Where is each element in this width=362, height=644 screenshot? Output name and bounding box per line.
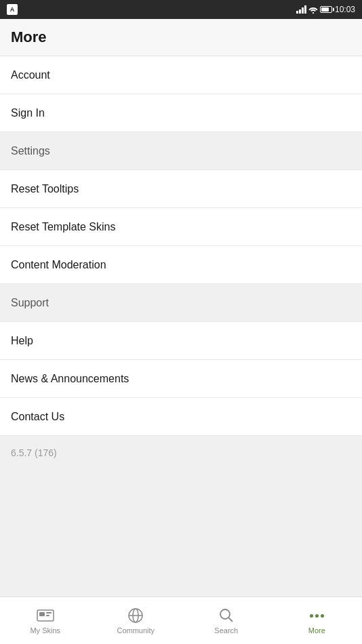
nav-label-my-skins: My Skins — [30, 626, 60, 635]
nav-label-community: Community — [117, 626, 155, 635]
status-bar-right: 10:03 — [296, 5, 355, 14]
nav-item-community[interactable]: Community — [91, 601, 182, 640]
svg-point-8 — [220, 609, 230, 619]
status-bar: A 10:03 — [0, 0, 362, 19]
menu-item-content-moderation[interactable]: Content Moderation — [0, 246, 362, 284]
battery-icon — [320, 6, 332, 13]
nav-item-my-skins[interactable]: My Skins — [0, 601, 91, 640]
status-bar-left: A — [7, 4, 18, 15]
svg-line-9 — [228, 618, 233, 622]
search-icon — [218, 607, 235, 624]
menu-item-contact-us[interactable]: Contact Us — [0, 398, 362, 436]
more-icon — [308, 607, 325, 624]
nav-label-search: Search — [214, 626, 238, 635]
nav-label-more: More — [308, 626, 325, 635]
wifi-icon — [308, 5, 318, 14]
menu-item-reset-tooltips[interactable]: Reset Tooltips — [0, 170, 362, 208]
version-text: 6.5.7 (176) — [11, 447, 57, 458]
svg-point-0 — [313, 12, 314, 14]
page-content: More Account Sign In Settings Reset Tool… — [0, 19, 362, 597]
nav-item-more[interactable]: More — [272, 601, 363, 640]
menu-item-sign-in[interactable]: Sign In — [0, 94, 362, 132]
menu-list: Account Sign In Settings Reset Tooltips … — [0, 56, 362, 436]
menu-item-news-announcements[interactable]: News & Announcements — [0, 360, 362, 398]
menu-item-help[interactable]: Help — [0, 322, 362, 360]
svg-rect-3 — [46, 612, 52, 613]
app-icon: A — [7, 4, 18, 15]
nav-item-search[interactable]: Search — [181, 601, 272, 640]
menu-item-settings[interactable]: Settings — [0, 132, 362, 170]
svg-rect-4 — [46, 615, 49, 616]
skins-icon — [37, 607, 54, 624]
signal-icon — [296, 5, 306, 14]
page-header: More — [0, 19, 362, 56]
bottom-nav: My Skins Community Search — [0, 597, 362, 644]
svg-rect-2 — [39, 612, 45, 616]
status-time: 10:03 — [335, 5, 355, 14]
page-title: More — [11, 28, 47, 45]
menu-item-reset-template-skins[interactable]: Reset Template Skins — [0, 208, 362, 246]
status-icons — [296, 5, 332, 14]
globe-icon — [127, 607, 144, 624]
menu-item-account[interactable]: Account — [0, 56, 362, 94]
version-area: 6.5.7 (176) — [0, 436, 362, 597]
menu-item-support[interactable]: Support — [0, 284, 362, 322]
